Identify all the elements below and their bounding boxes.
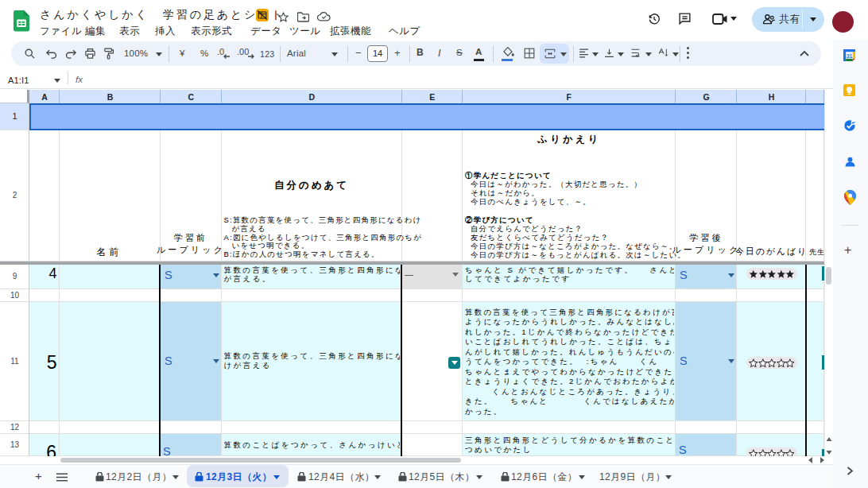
svg-text:31: 31 [847,53,853,59]
